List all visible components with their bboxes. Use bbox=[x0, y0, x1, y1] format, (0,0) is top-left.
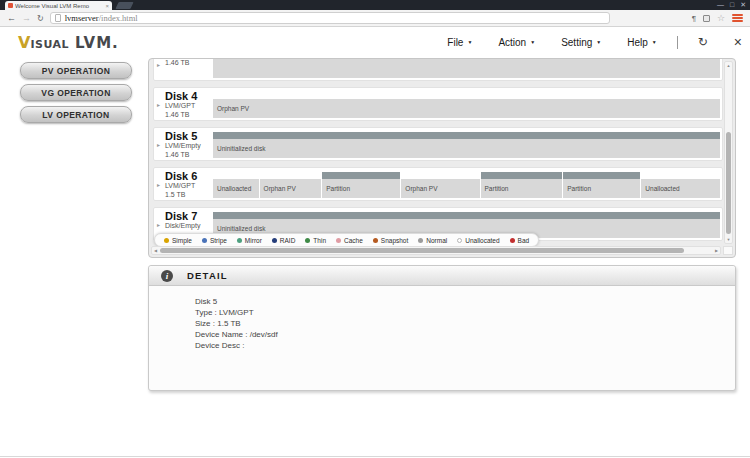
legend: SimpleStripeMirrorRAIDThinCacheSnapshotN… bbox=[154, 233, 539, 247]
detail-line: Type : LVM/GPT bbox=[195, 307, 735, 318]
scroll-right-icon[interactable]: ▶ bbox=[715, 247, 718, 254]
legend-item-thin: Thin bbox=[305, 237, 326, 244]
disk-segment[interactable]: Partition bbox=[481, 172, 563, 198]
menu-label: Action bbox=[498, 37, 526, 48]
disk-segment[interactable]: Orphan PV bbox=[260, 172, 322, 198]
forward-icon[interactable]: → bbox=[22, 14, 31, 23]
sidebar: PV OPERATIONVG OPERATIONLV OPERATION bbox=[20, 62, 132, 123]
menu-divider bbox=[677, 36, 678, 49]
vertical-scrollbar[interactable]: ▲ ▼ bbox=[724, 61, 733, 244]
tab-title: Welcome Visual LVM Remo bbox=[15, 3, 103, 9]
legend-dot-icon bbox=[272, 238, 277, 243]
legend-dot-icon bbox=[510, 238, 515, 243]
menu-file[interactable]: File▼ bbox=[447, 37, 472, 48]
expand-arrow-icon[interactable]: ▸ bbox=[154, 130, 163, 158]
app-close-icon[interactable]: × bbox=[734, 36, 742, 48]
expand-arrow-icon[interactable]: ▸ bbox=[154, 170, 163, 198]
disk-segment[interactable]: Uninitialized disk bbox=[213, 132, 720, 158]
detail-line: Device Name : /dev/sdf bbox=[195, 329, 735, 340]
logo-v: V bbox=[18, 33, 30, 52]
disk-segment[interactable]: Orphan PV bbox=[213, 92, 720, 118]
bookmark-star-icon[interactable]: ☆ bbox=[717, 14, 725, 23]
segment-label: Orphan PV bbox=[213, 99, 720, 118]
pv-operation-button[interactable]: PV OPERATION bbox=[20, 62, 132, 79]
logo-dot: . bbox=[112, 34, 119, 52]
new-tab-button[interactable] bbox=[115, 2, 133, 9]
disk-size: 1.46 TB bbox=[165, 111, 211, 119]
segment-band bbox=[481, 172, 563, 179]
legend-label: Stripe bbox=[210, 237, 227, 244]
disk-row-partial[interactable]: ▸Disk/GPT1.46 TB bbox=[153, 58, 723, 81]
legend-dot-icon bbox=[164, 238, 169, 243]
legend-label: Snapshot bbox=[381, 237, 408, 244]
legend-dot-icon bbox=[336, 238, 341, 243]
disk-label: Disk/GPT1.46 TB bbox=[163, 58, 213, 78]
browser-addressbar: ← → ↻ lvmserver/index.html ¶ ☆ bbox=[0, 10, 750, 27]
maximize-icon[interactable]: □ bbox=[730, 0, 734, 10]
disk-name: Disk 6 bbox=[165, 170, 211, 182]
disk-name: Disk 4 bbox=[165, 90, 211, 102]
window-controls: — □ ✕ bbox=[717, 0, 746, 10]
disk-row-disk-5[interactable]: ▸Disk 5LVM/Empty1.46 TBUninitialized dis… bbox=[153, 127, 723, 161]
disk-label: Disk 4LVM/GPT1.46 TB bbox=[163, 90, 213, 118]
disk-label: Disk 6LVM/GPT1.5 TB bbox=[163, 170, 213, 198]
horizontal-scroll-thumb[interactable] bbox=[160, 248, 684, 253]
disk-size: 1.5 TB bbox=[165, 191, 211, 199]
scroll-left-icon[interactable]: ◀ bbox=[154, 247, 157, 254]
disk-segment[interactable]: Orphan PV bbox=[401, 172, 479, 198]
scroll-up-icon[interactable]: ▲ bbox=[725, 63, 732, 68]
disk-row-disk-4[interactable]: ▸Disk 4LVM/GPT1.46 TBOrphan PV bbox=[153, 87, 723, 121]
disk-segment[interactable]: Unalloacted bbox=[641, 172, 720, 198]
browser-menu-icon[interactable] bbox=[732, 14, 743, 22]
disk-segment[interactable] bbox=[213, 58, 720, 78]
legend-label: Unallocated bbox=[465, 237, 499, 244]
url-input[interactable]: lvmserver/index.html bbox=[50, 12, 610, 24]
scroll-down-icon[interactable]: ▼ bbox=[725, 237, 732, 242]
tab-close-icon[interactable]: × bbox=[105, 3, 109, 9]
disk-bar bbox=[213, 58, 720, 78]
segment-band bbox=[213, 92, 720, 99]
logo-lvm: LVM bbox=[75, 34, 112, 52]
menu-setting[interactable]: Setting▼ bbox=[561, 37, 601, 48]
legend-item-bad: Bad bbox=[510, 237, 530, 244]
detail-panel: i DETAIL Disk 5Type : LVM/GPTSize : 1.5 … bbox=[148, 265, 736, 391]
horizontal-scrollbar[interactable]: ◀ ▶ bbox=[151, 246, 721, 255]
extension-icon[interactable]: ¶ bbox=[692, 14, 696, 23]
segment-label: Orphan PV bbox=[260, 179, 322, 198]
minimize-icon[interactable]: — bbox=[717, 0, 724, 10]
legend-label: Simple bbox=[172, 237, 192, 244]
disk-bar: Uninitialized disk bbox=[213, 130, 720, 158]
disk-bar: Orphan PV bbox=[213, 90, 720, 118]
legend-label: Cache bbox=[344, 237, 363, 244]
window-close-icon[interactable]: ✕ bbox=[740, 0, 746, 10]
lv-operation-button[interactable]: LV OPERATION bbox=[20, 106, 132, 123]
disk-row-disk-6[interactable]: ▸Disk 6LVM/GPT1.5 TBUnalloactedOrphan PV… bbox=[153, 167, 723, 201]
reload-icon[interactable]: ↻ bbox=[37, 14, 44, 23]
legend-item-cache: Cache bbox=[336, 237, 363, 244]
legend-item-stripe: Stripe bbox=[202, 237, 227, 244]
disk-name: Disk 5 bbox=[165, 130, 211, 142]
refresh-icon[interactable]: ↻ bbox=[698, 36, 708, 48]
menu-label: Setting bbox=[561, 37, 592, 48]
expand-arrow-icon[interactable]: ▸ bbox=[154, 58, 163, 78]
detail-header: i DETAIL bbox=[149, 266, 735, 286]
disk-segment[interactable]: Partition bbox=[563, 172, 640, 198]
menu-action[interactable]: Action▼ bbox=[498, 37, 535, 48]
vg-operation-button[interactable]: VG OPERATION bbox=[20, 84, 132, 101]
expand-arrow-icon[interactable]: ▸ bbox=[154, 90, 163, 118]
menu-help[interactable]: Help▼ bbox=[627, 37, 657, 48]
scroll-corner bbox=[723, 246, 733, 255]
app-header: VISUALLVM. File▼Action▼Setting▼Help▼ ↻ × bbox=[0, 27, 750, 57]
browser-tab[interactable]: Welcome Visual LVM Remo × bbox=[5, 1, 112, 10]
info-icon: i bbox=[161, 270, 173, 282]
back-icon[interactable]: ← bbox=[7, 14, 16, 23]
segment-label: Unalloacted bbox=[641, 179, 720, 198]
disk-type: LVM/Empty bbox=[165, 142, 211, 151]
plugin-icon[interactable] bbox=[703, 15, 710, 22]
detail-line: Disk 5 bbox=[195, 296, 735, 307]
favicon-icon bbox=[8, 3, 13, 8]
disk-segment[interactable]: Partition bbox=[322, 172, 400, 198]
legend-item-raid: RAID bbox=[272, 237, 296, 244]
vertical-scroll-thumb[interactable] bbox=[726, 132, 731, 234]
disk-segment[interactable]: Unalloacted bbox=[213, 172, 259, 198]
